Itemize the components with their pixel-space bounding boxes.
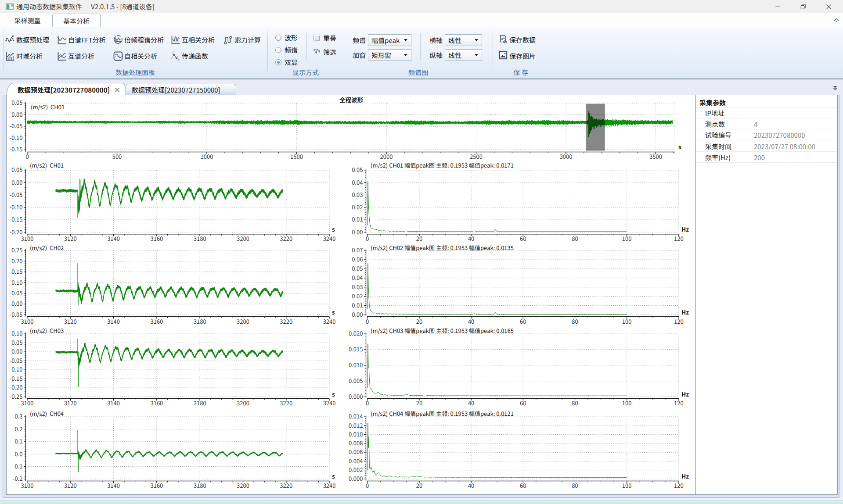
radio-spectrum[interactable] (275, 47, 281, 53)
radio-label: 频谱 (285, 46, 298, 54)
param-row[interactable]: 频率(Hz)200 (695, 152, 837, 163)
rope-ends-icon (223, 35, 233, 45)
param-label: 采集时间 (705, 141, 731, 152)
ribbon-button-time-domain[interactable]: 时域分析 (16, 51, 43, 61)
document-tab-bar: 数据预处理[20230727080000] × 数据预处理[2023072715… (0, 80, 843, 95)
ribbon-button-preprocess[interactable]: 数据预处理 (16, 35, 49, 45)
combo-arrow-icon (475, 54, 478, 56)
combo-arrow-icon (475, 39, 478, 41)
spectrum-curve-icon (57, 35, 67, 45)
spectrum-type-label: 频谱 (353, 34, 366, 46)
picture-icon (499, 51, 508, 60)
svg-text:5: 5 (177, 57, 180, 61)
params-title: 采集参数 (699, 98, 726, 107)
group-separator (306, 33, 307, 60)
param-label: IP地址 (705, 107, 724, 118)
y-axis-scale-value: 线性 (445, 50, 475, 60)
param-label: 试验编号 (705, 129, 731, 140)
radio-label: 波形 (285, 34, 298, 41)
param-label: 频率(Hz) (705, 152, 731, 163)
radio-dual[interactable] (275, 59, 281, 65)
ribbon-button-octave[interactable]: 倍频程谱分析 (124, 35, 164, 45)
window-fn-label: 加窗 (353, 49, 366, 61)
checkbox-overlap-label: 重叠 (323, 35, 336, 42)
close-button[interactable] (818, 0, 839, 13)
radio-label: 双显 (285, 59, 298, 66)
param-row[interactable]: 采集时间2023/07/27 08:00:00 (695, 141, 837, 152)
spectrum-type-value: 幅值peak (368, 36, 404, 45)
restore-icon (800, 4, 806, 10)
ribbon-button-xcorr[interactable]: 互相关分析 (182, 35, 215, 45)
title-bar: 通用动态数据采集软件 V2.0.1.5 - [8通道设备] (0, 0, 843, 13)
circle-histogram-icon (113, 35, 123, 45)
double-chevron-down-icon[interactable] (832, 86, 838, 91)
param-row[interactable]: IP地址 (695, 107, 837, 118)
group-separator (549, 29, 549, 76)
dual-wave-chart-icon (171, 35, 180, 45)
ribbon-tab-sampling[interactable]: 采样测量 (6, 14, 49, 27)
combo-arrow-icon (404, 54, 407, 56)
window-title: 通用动态数据采集软件 (16, 0, 82, 13)
param-label: 测点数 (705, 118, 725, 129)
ribbon-button-cable-force[interactable]: 索力计算 (234, 35, 261, 45)
y-axis-scale-label: 纵轴 (429, 49, 443, 61)
restore-button[interactable] (793, 0, 813, 13)
window-fn-combo[interactable]: 矩形窗 (368, 49, 411, 61)
x-axis-scale-combo[interactable]: 线性 (445, 34, 482, 46)
ribbon-button-save-data[interactable]: 保存数据 (509, 35, 536, 45)
ribbon: 数据预处理自谱FFT分析倍频程谱分析互相关分析索力计算时域分析互谱分析自相关分析… (0, 27, 843, 79)
app-window-icon (6, 3, 14, 10)
document-chart-icon (499, 35, 508, 43)
group-label-display-mode: 显示方式 (267, 68, 344, 76)
param-row[interactable]: 测点数4 (695, 118, 837, 129)
group-separator (420, 33, 421, 60)
x-axis-scale-label: 横轴 (429, 34, 443, 46)
ribbon-button-cross-spectrum[interactable]: 互谱分析 (68, 51, 94, 61)
ribbon-button-save-image[interactable]: 保存图片 (509, 51, 536, 61)
minimize-button[interactable] (767, 0, 788, 13)
filter-button-label[interactable]: 筛选 (323, 49, 336, 56)
wave-check-icon (5, 35, 15, 45)
group-label-spectrum-chart: 频谱图 (344, 68, 493, 76)
boxed-wave-icon (113, 51, 123, 61)
svg-text:1: 1 (172, 51, 174, 56)
two-curves-icon (57, 51, 67, 61)
ribbon-button-autocorr[interactable]: 自相关分析 (124, 51, 157, 61)
checkbox-overlap[interactable] (313, 35, 320, 41)
group-label-processing: 数据处理面板 (74, 68, 197, 76)
ribbon-tab-analysis[interactable]: 基本分析 (52, 14, 101, 27)
param-value: 20230727080000 (754, 129, 805, 140)
bar-line-chart-icon (5, 51, 15, 61)
param-value: 4 (754, 118, 757, 129)
combo-arrow-icon (404, 39, 407, 41)
params-top-divider (695, 107, 837, 108)
window-fn-value: 矩形窗 (368, 50, 404, 60)
radio-waveform[interactable] (275, 35, 281, 41)
window-version: V2.0.1.5 - [8通道设备] (91, 0, 155, 13)
param-value: 200 (754, 152, 765, 163)
node-zigzag-icon: 15 (171, 51, 180, 61)
doc-tab-active[interactable]: 数据预处理[20230727080000] × (7, 83, 125, 96)
group-label-save: 保 存 (493, 68, 549, 76)
param-row[interactable]: 试验编号20230727080000 (695, 129, 837, 140)
doc-tab-inactive[interactable]: 数据预处理[20230727150000] (126, 84, 236, 96)
status-bar (0, 500, 843, 504)
param-value: 2023/07/27 08:00:00 (754, 141, 815, 152)
y-axis-scale-combo[interactable]: 线性 (445, 49, 482, 61)
group-separator (4, 29, 4, 76)
minimize-icon (775, 4, 781, 10)
doc-tab-label: 数据预处理[20230727150000] (126, 85, 220, 94)
acquisition-params-panel: 采集参数 IP地址测点数4试验编号20230727080000采集时间2023/… (695, 95, 837, 494)
doc-tab-close-icon[interactable]: × (114, 86, 121, 93)
funnel-icon (313, 48, 321, 56)
doc-tab-label: 数据预处理[20230727080000] (7, 85, 110, 94)
params-column-divider (751, 107, 751, 163)
ribbon-button-fft[interactable]: 自谱FFT分析 (68, 35, 106, 45)
ribbon-collapse-icon[interactable] (833, 17, 840, 24)
ribbon-tab-row: 采样测量 基本分析 (0, 13, 843, 27)
ribbon-button-transfer-fn[interactable]: 传递函数 (182, 51, 208, 61)
x-axis-scale-value: 线性 (445, 36, 475, 45)
close-icon (826, 4, 832, 10)
spectrum-type-combo[interactable]: 幅值peak (368, 34, 411, 46)
